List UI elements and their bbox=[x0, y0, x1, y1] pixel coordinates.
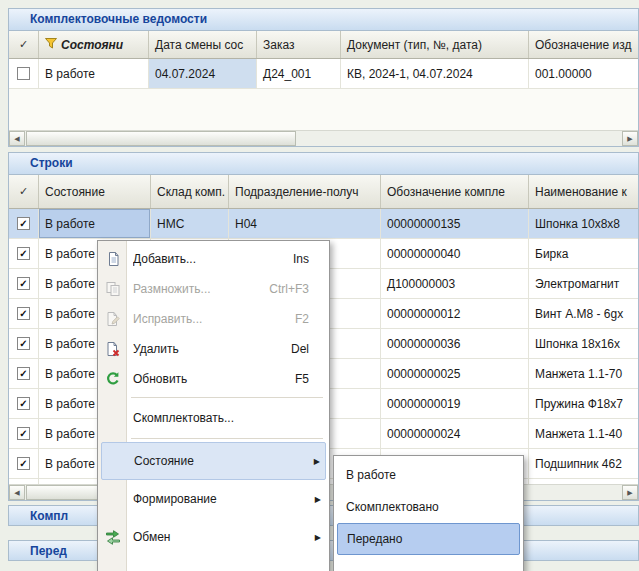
cell-order[interactable]: Д24_001 bbox=[257, 59, 341, 88]
row-checkbox[interactable]: ✓ bbox=[17, 277, 30, 290]
cell-code[interactable]: 00000000019 bbox=[381, 389, 529, 418]
cell-name[interactable]: Шпонка 18х16х bbox=[529, 329, 638, 358]
vedomosti-empty-area bbox=[9, 89, 638, 130]
doc-edit-icon bbox=[101, 310, 125, 328]
cell-department[interactable]: Н04 bbox=[229, 209, 381, 238]
panel-kompl-title: Компл bbox=[30, 509, 68, 523]
filter-icon bbox=[45, 38, 57, 52]
table-row[interactable]: В работе 04.07.2024 Д24_001 КВ, 2024-1, … bbox=[9, 59, 638, 89]
app-window: Комплектовочные ведомости ✓ Состояни Дат… bbox=[0, 0, 639, 571]
row-checkbox[interactable] bbox=[17, 67, 30, 80]
menu-item-formation[interactable]: Формирование ▶ bbox=[98, 480, 329, 518]
cell-code[interactable]: 00000000024 bbox=[381, 419, 529, 448]
cell-state[interactable]: В работе bbox=[39, 59, 149, 88]
column-header-state[interactable]: Состояние bbox=[39, 175, 151, 208]
cell-name[interactable]: Электромагнит bbox=[529, 269, 638, 298]
row-checkbox[interactable]: ✓ bbox=[17, 427, 30, 440]
doc-delete-icon bbox=[101, 340, 125, 358]
cell-name[interactable]: Бирка bbox=[529, 239, 638, 268]
panel-vedomosti-header[interactable]: Комплектовочные ведомости bbox=[9, 9, 638, 31]
submenu-arrow-icon: ▶ bbox=[308, 457, 320, 466]
menu-item-assemble[interactable]: Скомплектовать... bbox=[98, 401, 329, 435]
column-header-department[interactable]: Подразделение-получ bbox=[229, 175, 381, 208]
cell-state[interactable]: В работе bbox=[39, 209, 151, 238]
menu-item-delete[interactable]: Удалить Del bbox=[98, 334, 329, 364]
vedomosti-column-headers: ✓ Состояни Дата смены сос Заказ Документ… bbox=[9, 31, 638, 59]
row-checkbox[interactable]: ✓ bbox=[17, 307, 30, 320]
panel-stroki-header[interactable]: Строки bbox=[9, 153, 638, 175]
table-row[interactable]: ✓ В работе НМС Н04 00000000135 Шпонка 10… bbox=[9, 209, 638, 239]
scroll-right-button[interactable]: ▶ bbox=[622, 131, 638, 146]
submenu-arrow-icon: ▶ bbox=[309, 533, 321, 542]
column-header-state[interactable]: Состояни bbox=[39, 31, 149, 58]
panel-vedomosti-title: Комплектовочные ведомости bbox=[30, 12, 207, 26]
doc-copy-icon bbox=[101, 280, 125, 298]
cell-name[interactable]: Манжета 1.1-70 bbox=[529, 359, 638, 388]
menu-item-duplicate[interactable]: Размножить... Ctrl+F3 bbox=[98, 274, 329, 304]
menu-item-state[interactable]: Состояние ▶ bbox=[101, 442, 326, 480]
row-checkbox[interactable]: ✓ bbox=[17, 457, 30, 470]
scroll-track[interactable] bbox=[297, 131, 622, 146]
column-header-check[interactable]: ✓ bbox=[9, 31, 39, 58]
menu-item-edit[interactable]: Исправить... F2 bbox=[98, 304, 329, 334]
column-header-date[interactable]: Дата смены сос bbox=[149, 31, 257, 58]
doc-add-icon bbox=[101, 250, 125, 268]
menu-item-refresh[interactable]: Обновить F5 bbox=[98, 364, 329, 394]
exchange-icon bbox=[101, 528, 125, 546]
submenu-item-transferred[interactable]: Передано bbox=[337, 523, 520, 555]
column-header-document[interactable]: Документ (тип, №, дата) bbox=[341, 31, 529, 58]
row-checkbox[interactable]: ✓ bbox=[17, 397, 30, 410]
column-header-name[interactable]: Наименование к bbox=[529, 175, 638, 208]
row-checkbox[interactable]: ✓ bbox=[17, 217, 30, 230]
cell-code[interactable]: 00000000040 bbox=[381, 239, 529, 268]
context-menu: Добавить... Ins Размножить... Ctrl+F3 Ис… bbox=[97, 240, 330, 571]
cell-name[interactable]: Винт А.М8 - 6gх bbox=[529, 299, 638, 328]
row-checkbox-cell bbox=[9, 59, 39, 88]
vedomosti-hscrollbar[interactable]: ◀ ▶ bbox=[9, 130, 638, 146]
scroll-left-button[interactable]: ◀ bbox=[9, 131, 25, 146]
column-header-check[interactable]: ✓ bbox=[9, 175, 39, 208]
column-header-designation[interactable]: Обозначение изд bbox=[529, 31, 638, 58]
cell-designation[interactable]: 001.00000 bbox=[529, 59, 638, 88]
cell-name[interactable]: Манжета 1.1-40 bbox=[529, 419, 638, 448]
state-submenu: В работе Скомплектовано Передано bbox=[333, 455, 524, 571]
menu-item-add[interactable]: Добавить... Ins bbox=[98, 244, 329, 274]
submenu-item-in-work[interactable]: В работе bbox=[334, 459, 523, 491]
column-header-order[interactable]: Заказ bbox=[257, 31, 341, 58]
row-checkbox[interactable]: ✓ bbox=[17, 337, 30, 350]
cell-code[interactable]: 00000000036 bbox=[381, 329, 529, 358]
cell-code[interactable]: 00000000025 bbox=[381, 359, 529, 388]
menu-item-exchange[interactable]: Обмен ▶ bbox=[98, 518, 329, 556]
row-checkbox[interactable]: ✓ bbox=[17, 367, 30, 380]
cell-name[interactable]: Пружина Ф18х7 bbox=[529, 389, 638, 418]
stroki-column-headers: ✓ Состояние Склад комп. Подразделение-по… bbox=[9, 175, 638, 209]
menu-separator bbox=[131, 438, 323, 439]
cell-code[interactable]: Д100000003 bbox=[381, 269, 529, 298]
cell-warehouse[interactable]: НМС bbox=[151, 209, 229, 238]
panel-pered-title: Перед bbox=[30, 544, 67, 558]
scroll-thumb[interactable] bbox=[26, 131, 296, 146]
scroll-left-button[interactable]: ◀ bbox=[9, 485, 25, 500]
cell-name[interactable]: Шпонка 10х8х8 bbox=[529, 209, 638, 238]
cell-code[interactable]: 00000000135 bbox=[381, 209, 529, 238]
panel-vedomosti: Комплектовочные ведомости ✓ Состояни Дат… bbox=[8, 8, 639, 147]
refresh-icon bbox=[101, 370, 125, 388]
cell-code[interactable]: 00000000012 bbox=[381, 299, 529, 328]
submenu-item-assembled[interactable]: Скомплектовано bbox=[334, 491, 523, 523]
cell-date[interactable]: 04.07.2024 bbox=[149, 59, 257, 88]
scroll-right-button[interactable]: ▶ bbox=[622, 485, 638, 500]
cell-document[interactable]: КВ, 2024-1, 04.07.2024 bbox=[341, 59, 529, 88]
column-header-code[interactable]: Обозначение компле bbox=[381, 175, 529, 208]
row-checkbox[interactable]: ✓ bbox=[17, 247, 30, 260]
panel-stroki-title: Строки bbox=[30, 156, 73, 170]
menu-separator bbox=[131, 397, 323, 398]
column-header-warehouse[interactable]: Склад комп. bbox=[151, 175, 229, 208]
cell-name[interactable]: Подшипник 462 bbox=[529, 449, 638, 478]
submenu-arrow-icon: ▶ bbox=[309, 495, 321, 504]
